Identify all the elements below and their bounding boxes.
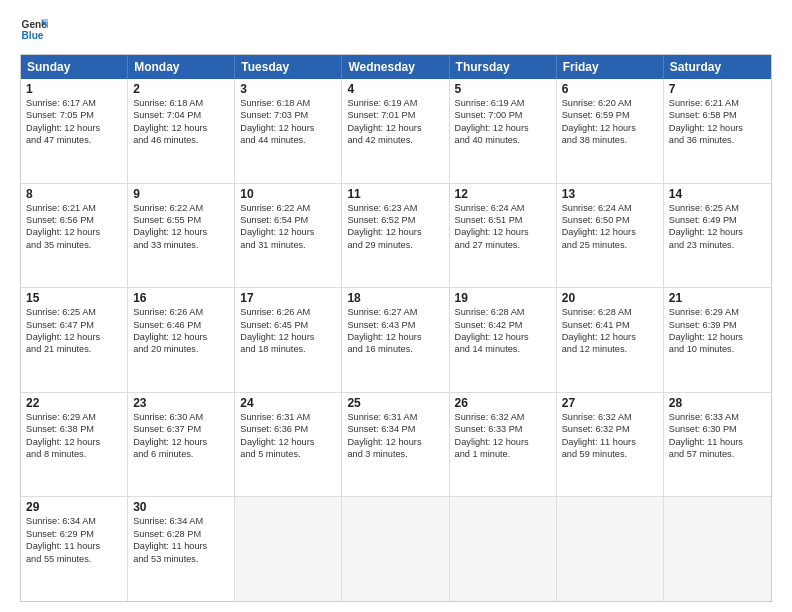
calendar-header-cell: Monday bbox=[128, 55, 235, 79]
calendar-week: 15Sunrise: 6:25 AMSunset: 6:47 PMDayligh… bbox=[21, 287, 771, 392]
cell-line: Sunset: 6:50 PM bbox=[562, 214, 658, 226]
cell-line: Daylight: 12 hours bbox=[133, 122, 229, 134]
cell-line: and 29 minutes. bbox=[347, 239, 443, 251]
day-number: 27 bbox=[562, 396, 658, 410]
cell-line: Sunrise: 6:26 AM bbox=[133, 306, 229, 318]
calendar-cell: 7Sunrise: 6:21 AMSunset: 6:58 PMDaylight… bbox=[664, 79, 771, 183]
cell-line: and 12 minutes. bbox=[562, 343, 658, 355]
calendar-cell: 2Sunrise: 6:18 AMSunset: 7:04 PMDaylight… bbox=[128, 79, 235, 183]
calendar-cell: 5Sunrise: 6:19 AMSunset: 7:00 PMDaylight… bbox=[450, 79, 557, 183]
cell-line: Daylight: 12 hours bbox=[347, 331, 443, 343]
day-number: 12 bbox=[455, 187, 551, 201]
cell-line: Daylight: 12 hours bbox=[133, 331, 229, 343]
day-number: 4 bbox=[347, 82, 443, 96]
cell-line: and 38 minutes. bbox=[562, 134, 658, 146]
calendar-cell: 22Sunrise: 6:29 AMSunset: 6:38 PMDayligh… bbox=[21, 393, 128, 497]
cell-line: Sunrise: 6:31 AM bbox=[347, 411, 443, 423]
day-number: 16 bbox=[133, 291, 229, 305]
cell-line: Sunrise: 6:20 AM bbox=[562, 97, 658, 109]
cell-line: Daylight: 12 hours bbox=[562, 226, 658, 238]
calendar-cell: 12Sunrise: 6:24 AMSunset: 6:51 PMDayligh… bbox=[450, 184, 557, 288]
day-number: 8 bbox=[26, 187, 122, 201]
cell-line: Daylight: 12 hours bbox=[240, 331, 336, 343]
cell-line: Sunset: 6:30 PM bbox=[669, 423, 766, 435]
calendar-cell: 3Sunrise: 6:18 AMSunset: 7:03 PMDaylight… bbox=[235, 79, 342, 183]
cell-line: Daylight: 12 hours bbox=[347, 122, 443, 134]
day-number: 25 bbox=[347, 396, 443, 410]
day-number: 14 bbox=[669, 187, 766, 201]
day-number: 15 bbox=[26, 291, 122, 305]
cell-line: Sunrise: 6:22 AM bbox=[240, 202, 336, 214]
day-number: 20 bbox=[562, 291, 658, 305]
cell-line: and 25 minutes. bbox=[562, 239, 658, 251]
cell-line: Sunrise: 6:28 AM bbox=[562, 306, 658, 318]
cell-line: Sunset: 6:38 PM bbox=[26, 423, 122, 435]
cell-line: and 46 minutes. bbox=[133, 134, 229, 146]
cell-line: Sunset: 6:51 PM bbox=[455, 214, 551, 226]
calendar-header-cell: Thursday bbox=[450, 55, 557, 79]
cell-line: and 23 minutes. bbox=[669, 239, 766, 251]
cell-line: and 20 minutes. bbox=[133, 343, 229, 355]
cell-line: Sunset: 7:03 PM bbox=[240, 109, 336, 121]
day-number: 5 bbox=[455, 82, 551, 96]
calendar-week: 22Sunrise: 6:29 AMSunset: 6:38 PMDayligh… bbox=[21, 392, 771, 497]
day-number: 30 bbox=[133, 500, 229, 514]
cell-line: Daylight: 12 hours bbox=[562, 331, 658, 343]
cell-line: Daylight: 12 hours bbox=[669, 331, 766, 343]
cell-line: and 47 minutes. bbox=[26, 134, 122, 146]
cell-line: Sunset: 6:56 PM bbox=[26, 214, 122, 226]
cell-line: and 6 minutes. bbox=[133, 448, 229, 460]
cell-line: Sunset: 6:42 PM bbox=[455, 319, 551, 331]
cell-line: Sunrise: 6:23 AM bbox=[347, 202, 443, 214]
calendar-week: 29Sunrise: 6:34 AMSunset: 6:29 PMDayligh… bbox=[21, 496, 771, 601]
calendar: SundayMondayTuesdayWednesdayThursdayFrid… bbox=[20, 54, 772, 602]
day-number: 18 bbox=[347, 291, 443, 305]
calendar-cell bbox=[342, 497, 449, 601]
calendar-cell: 14Sunrise: 6:25 AMSunset: 6:49 PMDayligh… bbox=[664, 184, 771, 288]
cell-line: and 40 minutes. bbox=[455, 134, 551, 146]
header: General Blue bbox=[20, 16, 772, 44]
day-number: 22 bbox=[26, 396, 122, 410]
day-number: 19 bbox=[455, 291, 551, 305]
cell-line: Sunset: 6:58 PM bbox=[669, 109, 766, 121]
day-number: 23 bbox=[133, 396, 229, 410]
calendar-cell: 10Sunrise: 6:22 AMSunset: 6:54 PMDayligh… bbox=[235, 184, 342, 288]
cell-line: Sunset: 6:52 PM bbox=[347, 214, 443, 226]
calendar-cell: 26Sunrise: 6:32 AMSunset: 6:33 PMDayligh… bbox=[450, 393, 557, 497]
cell-line: Sunset: 6:29 PM bbox=[26, 528, 122, 540]
cell-line: Daylight: 12 hours bbox=[26, 226, 122, 238]
cell-line: Sunrise: 6:21 AM bbox=[26, 202, 122, 214]
cell-line: Sunset: 7:04 PM bbox=[133, 109, 229, 121]
cell-line: and 57 minutes. bbox=[669, 448, 766, 460]
cell-line: Daylight: 12 hours bbox=[240, 122, 336, 134]
calendar-week: 8Sunrise: 6:21 AMSunset: 6:56 PMDaylight… bbox=[21, 183, 771, 288]
cell-line: and 3 minutes. bbox=[347, 448, 443, 460]
cell-line: Sunrise: 6:27 AM bbox=[347, 306, 443, 318]
cell-line: Sunset: 7:01 PM bbox=[347, 109, 443, 121]
svg-text:Blue: Blue bbox=[22, 30, 44, 41]
cell-line: and 36 minutes. bbox=[669, 134, 766, 146]
calendar-header-cell: Tuesday bbox=[235, 55, 342, 79]
cell-line: Daylight: 12 hours bbox=[669, 226, 766, 238]
day-number: 6 bbox=[562, 82, 658, 96]
cell-line: Sunrise: 6:29 AM bbox=[26, 411, 122, 423]
cell-line: and 8 minutes. bbox=[26, 448, 122, 460]
cell-line: and 33 minutes. bbox=[133, 239, 229, 251]
cell-line: and 21 minutes. bbox=[26, 343, 122, 355]
day-number: 3 bbox=[240, 82, 336, 96]
cell-line: Daylight: 12 hours bbox=[455, 436, 551, 448]
cell-line: and 10 minutes. bbox=[669, 343, 766, 355]
cell-line: Sunset: 6:46 PM bbox=[133, 319, 229, 331]
calendar-cell: 4Sunrise: 6:19 AMSunset: 7:01 PMDaylight… bbox=[342, 79, 449, 183]
cell-line: Sunrise: 6:17 AM bbox=[26, 97, 122, 109]
cell-line: Sunset: 6:43 PM bbox=[347, 319, 443, 331]
cell-line: Sunrise: 6:32 AM bbox=[455, 411, 551, 423]
day-number: 26 bbox=[455, 396, 551, 410]
cell-line: Daylight: 11 hours bbox=[133, 540, 229, 552]
cell-line: Daylight: 12 hours bbox=[133, 226, 229, 238]
cell-line: Daylight: 12 hours bbox=[455, 122, 551, 134]
cell-line: Daylight: 12 hours bbox=[455, 331, 551, 343]
calendar-cell: 23Sunrise: 6:30 AMSunset: 6:37 PMDayligh… bbox=[128, 393, 235, 497]
cell-line: Daylight: 12 hours bbox=[347, 436, 443, 448]
cell-line: and 16 minutes. bbox=[347, 343, 443, 355]
